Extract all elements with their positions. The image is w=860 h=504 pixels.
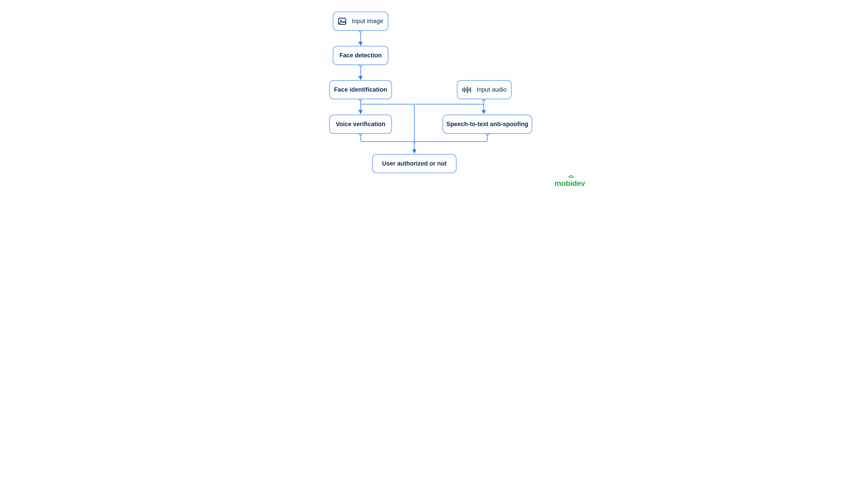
logo-part-mid: i: [570, 179, 572, 188]
node-voice-verification-label: Voice verification: [336, 121, 385, 127]
node-face-identification: Face identification: [329, 80, 392, 99]
diagram-canvas: Input image Face detection Face identifi…: [267, 0, 593, 193]
node-input-audio-label: Input audio: [476, 87, 506, 93]
node-face-identification-label: Face identification: [334, 87, 387, 93]
node-speech-to-text-label: Speech-to-text anti-spoofing: [446, 121, 528, 127]
node-input-image: Input image: [333, 12, 388, 31]
image-icon: [338, 17, 347, 26]
logo-part-suffix: dev: [572, 179, 585, 187]
node-face-detection: Face detection: [333, 46, 388, 65]
audio-waveform-icon: [462, 86, 472, 93]
node-input-image-label: Input image: [352, 18, 383, 24]
node-speech-to-text-anti-spoofing: Speech-to-text anti-spoofing: [443, 115, 532, 134]
node-user-authorized: User authorized or not: [372, 154, 456, 173]
svg-point-11: [340, 20, 342, 21]
logo-part-prefix: mob: [555, 179, 570, 187]
wifi-icon: [568, 175, 574, 179]
node-face-detection-label: Face detection: [339, 53, 382, 58]
mobidev-logo: mobidev: [555, 179, 585, 188]
node-input-audio: Input audio: [457, 80, 512, 99]
node-user-authorized-label: User authorized or not: [382, 161, 447, 167]
node-voice-verification: Voice verification: [329, 115, 392, 134]
